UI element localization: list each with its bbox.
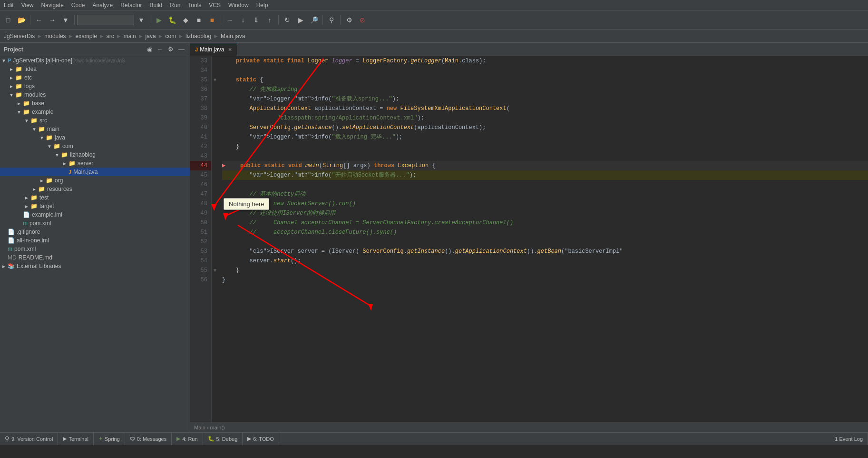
code-line-52[interactable] — [222, 237, 868, 247]
tree-item-java[interactable]: ▼📁java — [0, 133, 190, 142]
tree-item-example_iml[interactable]: 📄example.iml — [0, 210, 190, 219]
breadcrumb-example[interactable]: example — [76, 33, 97, 40]
settings-btn[interactable]: ⚙ — [343, 14, 355, 26]
line-num-46[interactable]: 46 — [190, 180, 211, 189]
sidebar-collapse-btn[interactable]: ← — [156, 45, 165, 53]
code-editor[interactable]: 3334353637383940414243444546474849505152… — [190, 56, 868, 422]
line-num-53[interactable]: 53 — [190, 247, 211, 256]
resume-btn[interactable]: ▶ — [294, 14, 307, 26]
status-run[interactable]: ▶ 4: Run — [172, 433, 203, 445]
sidebar-settings-btn[interactable]: ⚙ — [166, 45, 175, 53]
status-event-log[interactable]: 1 Event Log — [830, 433, 868, 445]
tree-item-mainjava[interactable]: JMain.java — [0, 168, 190, 176]
debug-btn[interactable]: 🐛 — [166, 14, 178, 26]
status-messages[interactable]: 🗨 0: Messages — [125, 433, 172, 445]
code-line-56[interactable]: } — [222, 275, 868, 285]
line-num-33[interactable]: 33 — [190, 56, 211, 66]
status-spring[interactable]: ✦ Spring — [94, 433, 125, 445]
no-btn[interactable]: ⊘ — [356, 14, 369, 26]
code-line-48[interactable]: // new SocketServer().run() — [222, 199, 868, 209]
status-todo[interactable]: ▶ 6: TODO — [243, 433, 279, 445]
tree-item-test[interactable]: ►📁test — [0, 193, 190, 202]
line-num-37[interactable]: 37 — [190, 94, 211, 104]
tree-item-example[interactable]: ▼📁example — [0, 108, 190, 116]
toolbar-recent-btn[interactable]: ▼ — [59, 14, 72, 26]
tree-item-src[interactable]: ▼📁src — [0, 116, 190, 125]
tree-item-pom_root[interactable]: mpom.xml — [0, 245, 190, 253]
status-version-control[interactable]: ⚲ 9: Version Control — [0, 433, 58, 445]
line-num-45[interactable]: 45 — [190, 170, 211, 180]
line-num-34[interactable]: 34 — [190, 66, 211, 75]
menu-help[interactable]: Help — [253, 1, 272, 10]
step-over-btn[interactable]: → — [224, 14, 236, 26]
fold-item-35[interactable]: ▼ — [212, 75, 218, 85]
line-num-47[interactable]: 47 — [190, 189, 211, 199]
breadcrumb-lizhaoblog[interactable]: lizhaoblog — [185, 33, 211, 40]
code-line-45[interactable]: "var">logger."mth">info("开始启动Socket服务器..… — [222, 170, 868, 180]
tree-item-root[interactable]: ▼PJgServerDis [all-in-one] D:\workdir\co… — [0, 56, 190, 65]
menu-window[interactable]: Window — [224, 1, 253, 10]
line-num-38[interactable]: 38 — [190, 104, 211, 113]
tree-item-idea[interactable]: ►📁.idea — [0, 65, 190, 73]
profile-btn[interactable]: ■ — [193, 14, 205, 26]
tree-item-pom_example[interactable]: mpom.xml — [0, 219, 190, 228]
tree-item-com[interactable]: ▼📁com — [0, 142, 190, 150]
line-num-52[interactable]: 52 — [190, 237, 211, 247]
toolbar-back-btn[interactable]: ← — [33, 14, 45, 26]
line-num-55[interactable]: 55 — [190, 266, 211, 275]
code-content[interactable]: private static final Logger logger = Log… — [218, 56, 868, 422]
tab-main-java[interactable]: J Main.java ✕ — [190, 43, 237, 56]
code-line-49[interactable]: // 还没使用IServer的时候启用 — [222, 209, 868, 218]
menu-vcs[interactable]: VCS — [205, 1, 224, 10]
menu-refactor[interactable]: Refactor — [117, 1, 146, 10]
line-num-51[interactable]: 51 — [190, 228, 211, 237]
code-line-38[interactable]: ApplicationContext applicationContext = … — [222, 104, 868, 113]
line-num-41[interactable]: 41 — [190, 132, 211, 142]
code-line-36[interactable]: // 先加载spring — [222, 85, 868, 94]
toolbar-new-btn[interactable]: □ — [2, 14, 14, 26]
code-line-33[interactable]: private static final Logger logger = Log… — [222, 56, 868, 66]
code-line-55[interactable]: } — [222, 266, 868, 275]
breadcrumb-com[interactable]: com — [165, 33, 176, 40]
line-num-54[interactable]: 54 — [190, 256, 211, 266]
code-line-50[interactable]: // Channel acceptorChannel = ServerChann… — [222, 218, 868, 228]
run-btn[interactable]: ▶ — [153, 14, 165, 26]
line-num-35[interactable]: 35 — [190, 75, 211, 85]
code-line-37[interactable]: "var">logger."mth">info("准备载入spring...")… — [222, 94, 868, 104]
tree-item-extlibs[interactable]: ►📚External Libraries — [0, 262, 190, 270]
tree-item-org[interactable]: ►📁org — [0, 176, 190, 185]
tree-item-base[interactable]: ►📁base — [0, 99, 190, 108]
menu-tools[interactable]: Tools — [184, 1, 205, 10]
fold-item-55[interactable]: ▼ — [212, 266, 218, 275]
menu-navigate[interactable]: Navigate — [37, 1, 67, 10]
breadcrumb-main[interactable]: main — [124, 33, 136, 40]
line-num-48[interactable]: 48 — [190, 199, 211, 209]
sidebar-hide-btn[interactable]: — — [177, 45, 186, 53]
line-num-39[interactable]: 39 — [190, 113, 211, 123]
status-debug[interactable]: 🐛 5: Debug — [203, 433, 243, 445]
tree-item-resources[interactable]: ►📁resources — [0, 185, 190, 193]
line-num-49[interactable]: 49 — [190, 209, 211, 218]
line-num-40[interactable]: 40 — [190, 123, 211, 132]
menu-view[interactable]: View — [18, 1, 38, 10]
breadcrumb-src[interactable]: src — [107, 33, 114, 40]
line-num-50[interactable]: 50 — [190, 218, 211, 228]
breadcrumb-root[interactable]: JgServerDis — [4, 33, 35, 40]
toolbar-search-dropdown[interactable]: ▼ — [135, 14, 147, 26]
line-num-44[interactable]: 44 — [190, 161, 211, 170]
code-line-34[interactable] — [222, 66, 868, 75]
toolbar-forward-btn[interactable]: → — [46, 14, 59, 26]
line-num-43[interactable]: 43 — [190, 151, 211, 161]
step-into-btn[interactable]: ↓ — [237, 14, 249, 26]
line-num-36[interactable]: 36 — [190, 85, 211, 94]
force-step-btn[interactable]: ⇓ — [250, 14, 263, 26]
coverage-btn[interactable]: ◆ — [179, 14, 192, 26]
code-line-41[interactable]: "var">logger."mth">info("载入spring 完毕..."… — [222, 132, 868, 142]
tree-item-target[interactable]: ►📁target — [0, 202, 190, 210]
code-line-35[interactable]: static { — [222, 75, 868, 85]
tree-item-logs[interactable]: ►📁logs — [0, 82, 190, 90]
breadcrumb-modules[interactable]: modules — [44, 33, 66, 40]
code-line-54[interactable]: server.start(); — [222, 256, 868, 266]
code-line-51[interactable]: // acceptorChannel.closeFuture().sync() — [222, 228, 868, 237]
menu-run[interactable]: Run — [166, 1, 184, 10]
